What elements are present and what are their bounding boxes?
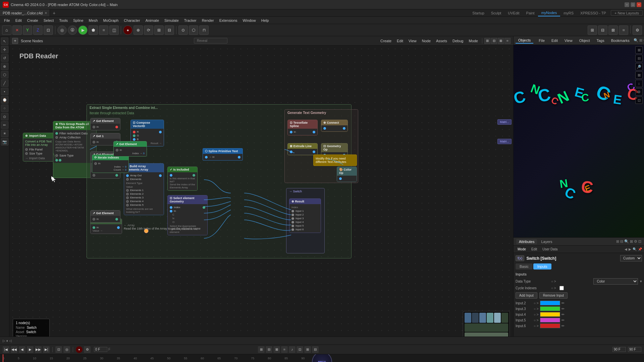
tool-ir[interactable]: ▶ (78, 25, 88, 35)
tool-particle[interactable]: ⁘ (1, 105, 8, 112)
viewport-icon-2[interactable]: ⊟ (635, 55, 643, 62)
tessellate-node[interactable]: ⊡ Tessellate Spline in (287, 120, 318, 135)
file-tab[interactable]: PDB reader_...Color.c4d × (0, 9, 50, 16)
tl-icon8[interactable]: ⊟ (312, 346, 319, 353)
obj-object-tab[interactable]: Object (577, 38, 593, 43)
end-frame-input-2[interactable] (628, 347, 641, 352)
playhead[interactable] (3, 354, 3, 362)
tool-view2[interactable]: ⊟ (598, 25, 607, 35)
attr-btn1[interactable]: ⊞ (616, 239, 619, 244)
viewport-3d[interactable]: C N C C N E C C N E C C N C E C ⊞ ⊟ (514, 45, 644, 237)
obj-tags-tab[interactable]: Tags (594, 38, 607, 43)
tool-light[interactable]: ☀ (1, 130, 8, 137)
tab-xpresso[interactable]: XPRESSO - TP (577, 9, 609, 16)
viewport-icon-4[interactable]: ⊠ (635, 71, 643, 79)
tool-brush[interactable]: ✏ (1, 121, 8, 129)
tool-snap[interactable]: ⊡ (44, 25, 53, 35)
tool-view1[interactable]: ⊞ (588, 25, 597, 35)
node-btn1[interactable]: ⊞ (484, 38, 490, 44)
tool-record[interactable]: ● (123, 25, 132, 35)
attr-btn2[interactable]: ⊟ (620, 239, 623, 244)
tool-rs[interactable]: ⬟ (89, 25, 98, 35)
inputs-tab[interactable]: Inputs (533, 263, 551, 269)
viewport-icon-6[interactable]: ⚙ (635, 88, 643, 96)
tl-icon3[interactable]: ⊠ (273, 346, 280, 353)
tool-scale[interactable]: ⊞ (154, 25, 164, 35)
mode-btn[interactable]: Mode (516, 247, 528, 251)
tl-play[interactable]: ▶ (27, 346, 34, 353)
input2-color-swatch[interactable] (540, 301, 560, 305)
current-frame-input[interactable] (94, 347, 107, 352)
tab-uvedit[interactable]: UVEdit (504, 9, 523, 16)
attr-custom-select[interactable]: Custom (620, 255, 642, 261)
menu-window[interactable]: Window (240, 18, 259, 23)
timeline-ruler[interactable]: 0 5 10 15 20 25 30 35 40 45 50 55 60 65 … (0, 354, 644, 362)
new-tab-button[interactable]: + (50, 9, 58, 16)
tl-next-frame[interactable]: ▶▶ (35, 346, 42, 353)
node-menu-edit[interactable]: Edit (395, 38, 405, 44)
tool-render[interactable]: ◎ (57, 25, 67, 35)
menu-help[interactable]: Help (259, 18, 272, 23)
add-input-button[interactable]: Add Input (516, 292, 537, 299)
tool-z[interactable]: Z (33, 25, 43, 35)
is-included-node[interactable]: ✓ Is Included is this element in that li… (167, 167, 198, 191)
node-menu-create[interactable]: Create (378, 38, 393, 44)
tl-record[interactable]: ● (76, 346, 83, 353)
node-menu-node[interactable]: Node (420, 38, 433, 44)
tl-icon6[interactable]: ⊡ (297, 346, 303, 353)
tool-pos[interactable]: ⊕ (133, 25, 143, 35)
node-menu-debug[interactable]: Debug (450, 38, 465, 44)
attr-btn6[interactable]: ⊡ (638, 239, 641, 244)
node-editor[interactable]: + Scene Nodes Create Edit View Node Asse… (9, 36, 513, 345)
tool-rotate[interactable]: ↺ (1, 54, 8, 62)
tool-scale2[interactable]: ⊕ (1, 63, 8, 70)
tl-prev-frame[interactable]: ◀ (19, 346, 25, 353)
menu-edit[interactable]: Edit (13, 18, 24, 23)
file-tab-close[interactable]: × (45, 11, 47, 15)
tl-icon7[interactable]: ⊞ (304, 346, 311, 353)
get-element-iter[interactable]: ↗ Get Element in Index → 0 (113, 141, 147, 157)
tool-region[interactable]: ⦿ (68, 25, 77, 35)
tool-paint[interactable]: ⌗ (99, 25, 108, 35)
reveal-input[interactable] (194, 38, 227, 44)
tab-sculpt[interactable]: Sculpt (488, 9, 505, 16)
menu-file[interactable]: File (1, 18, 13, 23)
attr-btn5[interactable]: ⚙ (634, 239, 637, 244)
menu-tools[interactable]: Tools (56, 18, 70, 23)
tab-new-layouts[interactable]: + New Layouts (611, 10, 643, 16)
spline-prim-6[interactable]: ⬡ Spline Primitive Text → H (203, 148, 243, 161)
cycle-indexes-checkbox[interactable] (559, 286, 564, 290)
maximize-button[interactable]: □ (631, 2, 635, 7)
obj-filter-btn[interactable]: ⊞ (639, 38, 642, 43)
menu-simulate[interactable]: Simulate (162, 18, 181, 23)
tool-lasso[interactable]: ◫ (109, 25, 119, 35)
menu-spline[interactable]: Spline (70, 18, 86, 23)
attr-forward-btn[interactable]: ▶ (629, 247, 631, 251)
tl-icon1[interactable]: ⊞ (258, 346, 265, 353)
menu-tracker[interactable]: Tracker (181, 18, 199, 23)
tool-sculpt2[interactable]: ⊙ (1, 113, 8, 120)
tl-fps[interactable]: ◎ (63, 346, 70, 353)
tab-myrs[interactable]: myRS (560, 9, 577, 16)
menu-mesh[interactable]: Mesh (86, 18, 101, 23)
tool-settings[interactable]: ⚙ (633, 25, 642, 35)
node-canvas[interactable]: PDB Reader Matri... Matri... ⊕ Import Da… (9, 46, 513, 345)
input3-color-swatch[interactable] (540, 306, 560, 311)
tl-loop[interactable]: ⊡ (55, 346, 62, 353)
tl-icon4[interactable]: ⌗ (281, 346, 288, 353)
tab-mynodes[interactable]: myNodes (538, 9, 560, 16)
tool-point[interactable]: • (1, 88, 8, 95)
tool-align[interactable]: ⊟ (165, 25, 174, 35)
tool-y[interactable]: Y (23, 25, 32, 35)
tl-settings[interactable]: ⚙ (84, 346, 91, 353)
data-type-select[interactable]: Color (593, 278, 638, 285)
build-array-node[interactable]: ⊕ Build ArrayElements Array Array Out El… (124, 163, 164, 215)
input2-edit-icon[interactable]: ✏ (561, 301, 565, 305)
menu-select[interactable]: Select (41, 18, 57, 23)
attr-layers-tab[interactable]: Layers (538, 239, 555, 244)
tool-undo[interactable]: ⌂ (2, 25, 11, 35)
tool-view4[interactable]: ⌗ (619, 25, 628, 35)
tool-rot[interactable]: ⟳ (144, 25, 153, 35)
attr-search-btn[interactable]: 🔍 (633, 247, 637, 251)
tool-more2[interactable]: ⊓ (199, 25, 209, 35)
